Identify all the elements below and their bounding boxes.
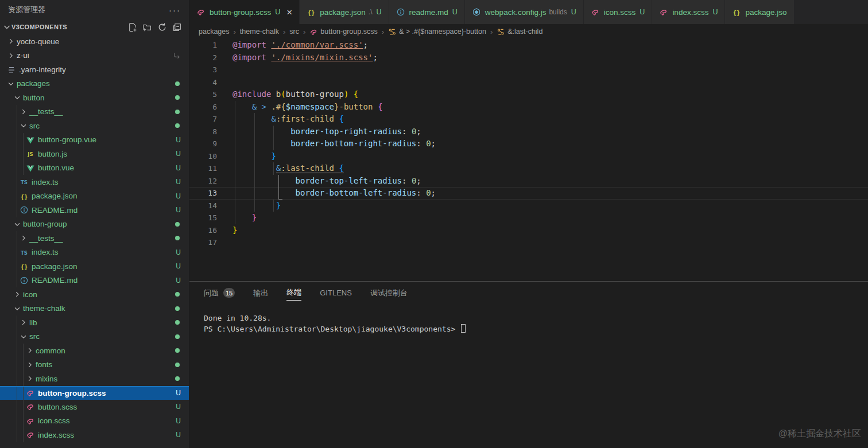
tree-item-label: __tests__: [29, 234, 63, 243]
tree-item-icon[interactable]: icon: [0, 287, 189, 302]
svg-text:{}: {}: [20, 193, 28, 200]
tab-webpack.config.js[interactable]: webpack.config.jsbuildsU: [465, 0, 583, 24]
code-line-13[interactable]: 13 border-bottom-left-radius: 0;: [189, 187, 868, 200]
line-number: 10: [189, 150, 217, 163]
panel-tabs: 问题15输出终端GITLENS调试控制台: [189, 282, 868, 305]
tree-item-mixins[interactable]: mixins: [0, 372, 189, 386]
code-line-6[interactable]: 6 & > .#{$namespace}-button {: [189, 101, 868, 114]
json-file-icon: {}: [20, 262, 29, 271]
git-modified-dot: [175, 320, 180, 325]
breadcrumb-separator: ›: [303, 28, 305, 36]
tab-readme.md[interactable]: readme.mdU: [389, 0, 464, 24]
refresh-icon[interactable]: [157, 22, 167, 32]
code-line-10[interactable]: 10 }: [189, 150, 868, 163]
tab-package.json[interactable]: {}package.json.\U: [300, 0, 388, 24]
code-line-9[interactable]: 9 border-bottom-right-radius: 0;: [189, 138, 868, 150]
tree-item-index.ts[interactable]: TSindex.tsU: [0, 246, 189, 260]
code-line-14[interactable]: 14 }: [189, 200, 868, 212]
code-line-11[interactable]: 11 &:last-child {: [189, 162, 868, 175]
tab-index.scss[interactable]: index.scssU: [652, 0, 724, 24]
code-line-5[interactable]: 5@include b(button-group) {: [189, 88, 868, 101]
tree-item-icon.scss[interactable]: icon.scssU: [0, 414, 189, 428]
tree-item-.yarn-integrity[interactable]: .yarn-integrity: [0, 63, 189, 77]
tree-item-lib[interactable]: lib: [0, 315, 189, 330]
chevron-right-icon: [20, 108, 28, 116]
tree-item-button-group.vue[interactable]: button-group.vueU: [0, 133, 189, 147]
code-line-3[interactable]: 3: [189, 64, 868, 76]
line-number: 14: [189, 200, 217, 212]
breadcrumb-separator: ›: [234, 28, 236, 36]
tree-item-button-group.scss[interactable]: button-group.scssU: [0, 386, 189, 400]
svg-text:JS: JS: [27, 151, 33, 157]
new-file-icon[interactable]: [127, 22, 137, 32]
tree-item-label: lib: [29, 318, 37, 327]
tree-item-z-ui[interactable]: z-ui: [0, 49, 189, 63]
code-line-7[interactable]: 7 &:first-child {: [189, 113, 868, 126]
tab-package.jso[interactable]: {}package.jso: [725, 0, 793, 24]
sass-file-icon: [196, 7, 206, 17]
panel-tab-问题[interactable]: 问题15: [204, 288, 235, 301]
tree-item-button[interactable]: button: [0, 91, 189, 105]
panel-tab-终端[interactable]: 终端: [286, 287, 301, 301]
code-line-17[interactable]: 17: [189, 236, 868, 249]
code-line-2[interactable]: 2@import './mixins/mixin.scss';: [189, 52, 868, 64]
breadcrumb-item[interactable]: src: [289, 28, 299, 36]
problems-count-badge: 15: [223, 288, 235, 298]
panel-tab-输出[interactable]: 输出: [253, 288, 268, 301]
tree-item-README.md[interactable]: README.mdU: [0, 203, 189, 217]
tree-item-index.ts[interactable]: TSindex.tsU: [0, 175, 189, 189]
json-file-icon: {}: [732, 7, 741, 17]
svg-text:TS: TS: [21, 180, 28, 185]
symbol-icon: [388, 28, 397, 36]
tree-item-src[interactable]: src: [0, 119, 189, 133]
breadcrumb-label: &:last-child: [507, 28, 542, 36]
code-line-16[interactable]: 16}: [189, 224, 868, 237]
code-line-15[interactable]: 15 }: [189, 212, 868, 224]
breadcrumb-item[interactable]: & > .#{$namespace}-button: [388, 28, 486, 36]
info-file-icon: [396, 7, 405, 17]
breadcrumb-item[interactable]: theme-chalk: [240, 28, 279, 36]
tree-item-theme-chalk[interactable]: theme-chalk: [0, 302, 189, 316]
terminal-cursor[interactable]: [461, 324, 466, 333]
tree-item-package.json[interactable]: {}package.jsonU: [0, 259, 189, 274]
tree-item-README.md[interactable]: README.mdU: [0, 274, 189, 288]
code-line-12[interactable]: 12 border-top-left-radius: 0;: [189, 175, 868, 188]
tree-item-__tests__[interactable]: __tests__: [0, 105, 189, 119]
explorer-section-header[interactable]: V3COMPONENTS: [0, 20, 189, 34]
tree-item-fonts[interactable]: fonts: [0, 358, 189, 372]
tree-item-__tests__[interactable]: __tests__: [0, 231, 189, 246]
code-line-1[interactable]: 1@import './common/var.scss';: [189, 39, 868, 52]
terminal[interactable]: Done in 10.28s.PS C:\Users\Administrator…: [189, 305, 868, 334]
code-line-4[interactable]: 4: [189, 76, 868, 89]
line-number: 13: [189, 187, 217, 200]
tab-button-group.scss[interactable]: button-group.scssU×: [189, 0, 299, 24]
code-line-8[interactable]: 8 border-top-right-radius: 0;: [189, 126, 868, 138]
breadcrumb-item[interactable]: packages: [199, 28, 230, 36]
sass-file-icon: [26, 388, 35, 398]
breadcrumb-item[interactable]: &:last-child: [497, 28, 542, 36]
panel-tab-调试控制台[interactable]: 调试控制台: [370, 288, 408, 301]
panel-tab-gitlens[interactable]: GITLENS: [320, 289, 352, 299]
line-number: 11: [189, 162, 217, 175]
tab-icon.scss[interactable]: icon.scssU: [584, 0, 652, 24]
tab-label: icon.scss: [604, 8, 636, 17]
git-status-badge: U: [377, 8, 382, 16]
breadcrumb-item[interactable]: button-group.scss: [309, 28, 377, 36]
tree-item-src[interactable]: src: [0, 330, 189, 344]
code-editor[interactable]: 1@import './common/var.scss';2@import '.…: [189, 39, 868, 281]
tree-item-packages[interactable]: packages: [0, 77, 189, 91]
tree-item-button.vue[interactable]: button.vueU: [0, 161, 189, 176]
symbol-icon: [497, 28, 505, 36]
new-folder-icon[interactable]: [142, 22, 152, 32]
tree-item-common[interactable]: common: [0, 344, 189, 358]
tree-item-button.js[interactable]: JSbutton.jsU: [0, 147, 189, 161]
more-actions-icon[interactable]: ···: [169, 5, 181, 15]
collapse-all-icon[interactable]: [172, 22, 182, 32]
tree-item-yocto-queue[interactable]: yocto-queue: [0, 34, 189, 49]
tree-item-index.scss[interactable]: index.scssU: [0, 428, 189, 442]
chevron-right-icon: [7, 52, 15, 60]
tree-item-package.json[interactable]: {}package.jsonU: [0, 189, 189, 204]
close-icon[interactable]: ×: [286, 7, 292, 17]
tree-item-button.scss[interactable]: button.scssU: [0, 400, 189, 414]
tree-item-button-group[interactable]: button-group: [0, 217, 189, 232]
